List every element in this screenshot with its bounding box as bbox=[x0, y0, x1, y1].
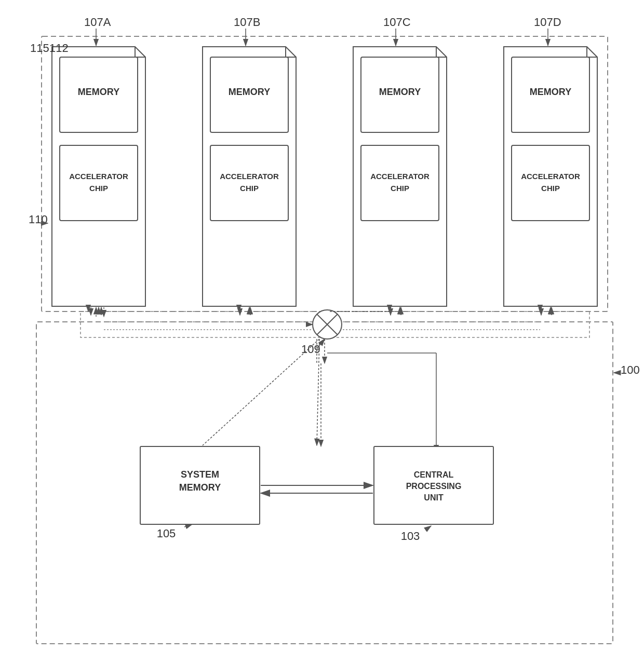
svg-text:ACCELERATOR: ACCELERATOR bbox=[220, 172, 279, 181]
card-107B: MEMORY ACCELERATOR CHIP bbox=[203, 47, 296, 306]
svg-text:CHIP: CHIP bbox=[89, 184, 108, 193]
label-105: 105 bbox=[157, 527, 176, 540]
label-109: 109 bbox=[301, 343, 320, 356]
card-107D: MEMORY ACCELERATOR CHIP bbox=[504, 47, 597, 306]
svg-text:MEMORY: MEMORY bbox=[229, 87, 270, 97]
svg-text:CENTRAL: CENTRAL bbox=[414, 470, 454, 479]
svg-text:MEMORY: MEMORY bbox=[530, 87, 571, 97]
svg-text:UNIT: UNIT bbox=[424, 493, 444, 502]
label-115: 115 bbox=[30, 42, 49, 55]
label-107D: 107D bbox=[534, 16, 561, 29]
svg-text:MEMORY: MEMORY bbox=[78, 87, 119, 97]
svg-text:MEMORY: MEMORY bbox=[179, 482, 221, 493]
diagram-container: 100 110 MEMORY ACCELERATOR CHIP 107A MEM… bbox=[0, 0, 644, 665]
svg-text:SYSTEM: SYSTEM bbox=[181, 469, 219, 480]
svg-text:ACCELERATOR: ACCELERATOR bbox=[69, 172, 128, 181]
svg-text:ACCELERATOR: ACCELERATOR bbox=[521, 172, 580, 181]
label-110: 110 bbox=[29, 213, 48, 226]
label-107C: 107C bbox=[383, 16, 411, 29]
label-107B: 107B bbox=[234, 16, 260, 29]
card-107A: MEMORY ACCELERATOR CHIP bbox=[52, 47, 145, 306]
svg-text:CHIP: CHIP bbox=[391, 184, 409, 193]
label-100: 100 bbox=[621, 363, 640, 376]
label-107A: 107A bbox=[84, 16, 111, 29]
svg-text:CHIP: CHIP bbox=[240, 184, 259, 193]
svg-text:PROCESSING: PROCESSING bbox=[406, 482, 462, 491]
svg-text:MEMORY: MEMORY bbox=[379, 87, 421, 97]
card-107C: MEMORY ACCELERATOR CHIP bbox=[353, 47, 447, 306]
label-103: 103 bbox=[401, 530, 420, 542]
label-112: 112 bbox=[49, 42, 69, 55]
svg-text:ACCELERATOR: ACCELERATOR bbox=[370, 172, 430, 181]
svg-text:CHIP: CHIP bbox=[541, 184, 560, 193]
